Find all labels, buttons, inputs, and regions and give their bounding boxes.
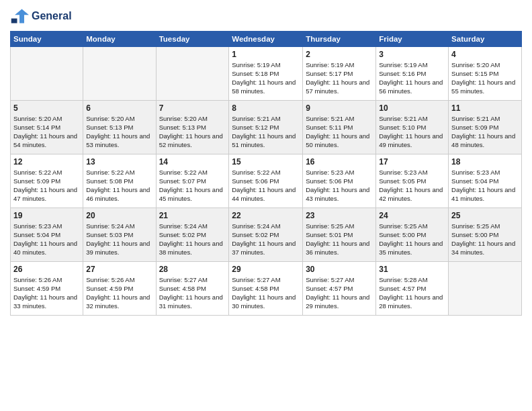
day-info-line: Daylight: 11 hours and 43 minutes.: [306, 186, 373, 203]
calendar-day-cell: 5Sunrise: 5:20 AMSunset: 5:14 PMDaylight…: [11, 101, 83, 154]
day-info-line: Sunset: 5:00 PM: [379, 231, 445, 240]
day-info-line: Sunset: 5:01 PM: [306, 231, 373, 240]
day-info-line: Daylight: 11 hours and 50 minutes.: [306, 132, 373, 150]
day-info-line: Sunset: 5:13 PM: [86, 124, 152, 132]
calendar-week-row: 1Sunrise: 5:19 AMSunset: 5:18 PMDaylight…: [11, 47, 522, 101]
day-number: 16: [306, 156, 373, 167]
calendar-day-cell: [156, 47, 229, 101]
calendar-day-cell: [449, 262, 522, 316]
day-info-line: Sunset: 5:04 PM: [13, 231, 80, 240]
day-number: 24: [379, 210, 445, 221]
day-number: 1: [232, 49, 300, 60]
day-info-line: Daylight: 11 hours and 52 minutes.: [159, 132, 226, 150]
day-info-line: Daylight: 11 hours and 40 minutes.: [13, 240, 80, 257]
calendar-day-cell: 31Sunrise: 5:28 AMSunset: 4:57 PMDayligh…: [376, 262, 449, 316]
calendar-day-cell: 25Sunrise: 5:25 AMSunset: 5:00 PMDayligh…: [449, 208, 522, 262]
day-info-line: Sunrise: 5:20 AM: [86, 115, 152, 124]
day-info-line: Sunrise: 5:21 AM: [232, 115, 300, 124]
day-number: 11: [451, 103, 519, 113]
calendar-day-cell: 15Sunrise: 5:22 AMSunset: 5:06 PMDayligh…: [229, 154, 303, 208]
day-info-line: Sunset: 4:58 PM: [159, 285, 226, 293]
day-number: 28: [159, 264, 226, 275]
day-info-line: Sunset: 5:06 PM: [232, 177, 300, 186]
day-info-line: Daylight: 11 hours and 51 minutes.: [232, 132, 300, 150]
calendar-day-cell: 8Sunrise: 5:21 AMSunset: 5:12 PMDaylight…: [229, 101, 303, 154]
day-info-line: Daylight: 11 hours and 38 minutes.: [159, 240, 226, 257]
day-info-line: Sunrise: 5:28 AM: [379, 276, 445, 285]
day-info-line: Daylight: 11 hours and 57 minutes.: [306, 79, 373, 96]
day-info-line: Sunset: 5:16 PM: [379, 70, 445, 79]
weekday-header: Wednesday: [229, 32, 303, 47]
day-info-line: Daylight: 11 hours and 49 minutes.: [379, 132, 445, 150]
calendar-day-cell: 11Sunrise: 5:21 AMSunset: 5:09 PMDayligh…: [449, 101, 522, 154]
day-info-line: Sunset: 5:15 PM: [451, 70, 519, 79]
calendar-day-cell: 22Sunrise: 5:24 AMSunset: 5:02 PMDayligh…: [229, 208, 303, 262]
day-info-line: Sunset: 5:07 PM: [159, 177, 226, 186]
calendar-day-cell: [83, 47, 156, 101]
day-info-line: Sunrise: 5:20 AM: [159, 115, 226, 124]
day-number: 12: [13, 156, 80, 167]
day-number: 17: [379, 156, 445, 167]
logo-text: General: [32, 10, 72, 22]
day-number: 25: [451, 210, 519, 221]
calendar-day-cell: 26Sunrise: 5:26 AMSunset: 4:59 PMDayligh…: [11, 262, 83, 316]
calendar-day-cell: 20Sunrise: 5:24 AMSunset: 5:03 PMDayligh…: [83, 208, 156, 262]
day-info-line: Sunrise: 5:22 AM: [86, 169, 152, 177]
calendar-day-cell: [11, 47, 83, 101]
calendar-week-row: 19Sunrise: 5:23 AMSunset: 5:04 PMDayligh…: [11, 208, 522, 262]
day-number: 6: [86, 103, 152, 113]
day-info-line: Sunset: 5:12 PM: [232, 124, 300, 132]
day-info-line: Sunset: 5:06 PM: [306, 177, 373, 186]
logo-icon: [10, 7, 29, 26]
day-info-line: Daylight: 11 hours and 39 minutes.: [86, 240, 152, 257]
calendar-day-cell: 6Sunrise: 5:20 AMSunset: 5:13 PMDaylight…: [83, 101, 156, 154]
day-info-line: Sunrise: 5:20 AM: [451, 61, 519, 70]
day-info-line: Sunrise: 5:19 AM: [379, 61, 445, 70]
day-number: 23: [306, 210, 373, 221]
day-info-line: Sunrise: 5:22 AM: [13, 169, 80, 177]
day-number: 22: [232, 210, 300, 221]
day-info-line: Daylight: 11 hours and 35 minutes.: [379, 240, 445, 257]
day-info-line: Daylight: 11 hours and 37 minutes.: [232, 240, 300, 257]
calendar-week-row: 12Sunrise: 5:22 AMSunset: 5:09 PMDayligh…: [11, 154, 522, 208]
calendar-week-row: 26Sunrise: 5:26 AMSunset: 4:59 PMDayligh…: [11, 262, 522, 316]
day-number: 31: [379, 264, 445, 275]
calendar-day-cell: 18Sunrise: 5:23 AMSunset: 5:04 PMDayligh…: [449, 154, 522, 208]
day-info-line: Sunrise: 5:26 AM: [86, 276, 152, 285]
day-info-line: Sunrise: 5:22 AM: [159, 169, 226, 177]
day-info-line: Sunset: 4:58 PM: [232, 285, 300, 293]
day-info-line: Daylight: 11 hours and 42 minutes.: [379, 186, 445, 203]
day-info-line: Sunrise: 5:26 AM: [13, 276, 80, 285]
day-number: 26: [13, 264, 80, 275]
day-info-line: Sunset: 5:14 PM: [13, 124, 80, 132]
day-info-line: Sunset: 4:57 PM: [379, 285, 445, 293]
day-number: 21: [159, 210, 226, 221]
day-info-line: Sunset: 5:04 PM: [451, 177, 519, 186]
calendar-day-cell: 17Sunrise: 5:23 AMSunset: 5:05 PMDayligh…: [376, 154, 449, 208]
day-info-line: Daylight: 11 hours and 55 minutes.: [451, 79, 519, 96]
calendar-header-row: SundayMondayTuesdayWednesdayThursdayFrid…: [11, 32, 522, 47]
day-info-line: Daylight: 11 hours and 47 minutes.: [13, 186, 80, 203]
day-info-line: Sunrise: 5:24 AM: [159, 222, 226, 231]
weekday-header: Thursday: [303, 32, 376, 47]
day-number: 20: [86, 210, 152, 221]
day-info-line: Sunrise: 5:23 AM: [451, 169, 519, 177]
day-info-line: Daylight: 11 hours and 56 minutes.: [379, 79, 445, 96]
day-info-line: Daylight: 11 hours and 44 minutes.: [232, 186, 300, 203]
day-number: 27: [86, 264, 152, 275]
calendar-day-cell: 2Sunrise: 5:19 AMSunset: 5:17 PMDaylight…: [303, 47, 376, 101]
calendar-day-cell: 30Sunrise: 5:27 AMSunset: 4:57 PMDayligh…: [303, 262, 376, 316]
day-info-line: Sunset: 5:05 PM: [379, 177, 445, 186]
day-info-line: Sunset: 4:59 PM: [86, 285, 152, 293]
day-info-line: Sunrise: 5:23 AM: [13, 222, 80, 231]
day-number: 14: [159, 156, 226, 167]
calendar-day-cell: 29Sunrise: 5:27 AMSunset: 4:58 PMDayligh…: [229, 262, 303, 316]
day-info-line: Daylight: 11 hours and 33 minutes.: [13, 293, 80, 311]
day-info-line: Sunset: 5:09 PM: [451, 124, 519, 132]
day-number: 10: [379, 103, 445, 113]
day-number: 8: [232, 103, 300, 113]
day-info-line: Daylight: 11 hours and 36 minutes.: [306, 240, 373, 257]
day-info-line: Daylight: 11 hours and 31 minutes.: [159, 293, 226, 311]
header: General: [10, 7, 522, 26]
calendar-day-cell: 13Sunrise: 5:22 AMSunset: 5:08 PMDayligh…: [83, 154, 156, 208]
